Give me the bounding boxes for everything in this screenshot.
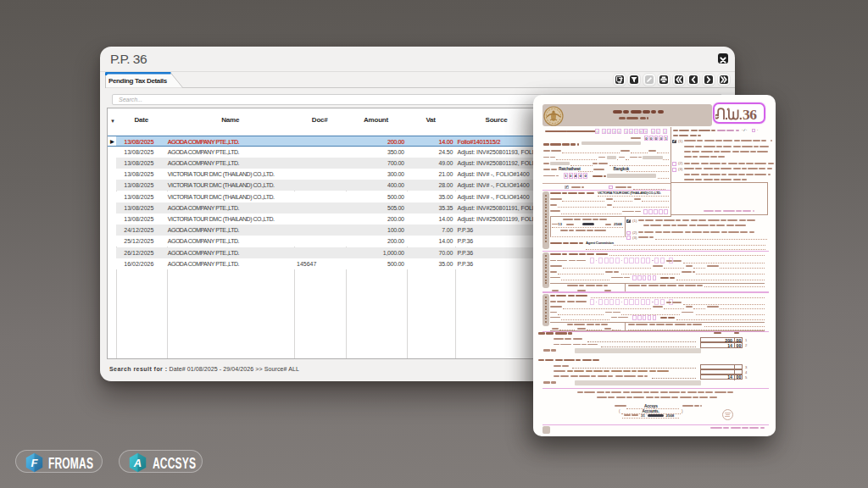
svg-text:F: F — [31, 457, 39, 469]
svg-text:36: 36 — [743, 106, 757, 121]
svg-text:A: A — [133, 457, 142, 469]
